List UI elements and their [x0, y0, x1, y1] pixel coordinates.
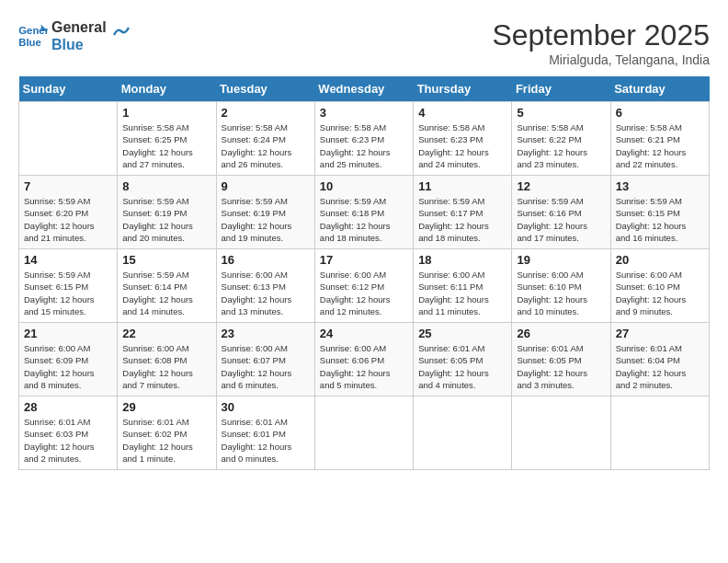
- month-title: September 2025: [492, 18, 710, 52]
- calendar-cell: [19, 102, 118, 176]
- calendar-cell: 30Sunrise: 6:01 AM Sunset: 6:01 PM Dayli…: [216, 396, 314, 470]
- day-number: 6: [616, 106, 704, 120]
- day-number: 8: [122, 179, 210, 193]
- day-number: 2: [222, 106, 310, 120]
- day-info: Sunrise: 5:58 AM Sunset: 6:22 PM Dayligh…: [517, 121, 605, 170]
- day-info: Sunrise: 5:59 AM Sunset: 6:19 PM Dayligh…: [222, 195, 310, 244]
- day-info: Sunrise: 5:58 AM Sunset: 6:23 PM Dayligh…: [418, 121, 506, 170]
- day-info: Sunrise: 5:59 AM Sunset: 6:15 PM Dayligh…: [24, 269, 112, 317]
- logo-icon: General Blue: [18, 23, 48, 49]
- day-number: 4: [418, 106, 506, 120]
- calendar-cell: 10Sunrise: 5:59 AM Sunset: 6:18 PM Dayli…: [314, 176, 413, 249]
- week-row-4: 21Sunrise: 6:00 AM Sunset: 6:09 PM Dayli…: [19, 323, 710, 396]
- calendar-cell: [414, 396, 512, 470]
- calendar-cell: 20Sunrise: 6:00 AM Sunset: 6:10 PM Dayli…: [610, 249, 709, 323]
- day-number: 21: [24, 327, 112, 340]
- week-row-3: 14Sunrise: 5:59 AM Sunset: 6:15 PM Dayli…: [19, 249, 710, 323]
- day-number: 5: [517, 106, 605, 120]
- day-info: Sunrise: 6:00 AM Sunset: 6:10 PM Dayligh…: [616, 269, 704, 317]
- calendar-cell: 3Sunrise: 5:58 AM Sunset: 6:23 PM Daylig…: [314, 102, 413, 176]
- day-info: Sunrise: 6:00 AM Sunset: 6:08 PM Dayligh…: [122, 342, 210, 391]
- day-info: Sunrise: 5:59 AM Sunset: 6:17 PM Dayligh…: [418, 195, 506, 244]
- calendar-cell: 27Sunrise: 6:01 AM Sunset: 6:04 PM Dayli…: [610, 323, 709, 396]
- calendar-cell: 9Sunrise: 5:59 AM Sunset: 6:19 PM Daylig…: [216, 176, 314, 249]
- day-number: 16: [222, 253, 310, 267]
- day-number: 12: [517, 179, 605, 193]
- location: Mirialguda, Telangana, India: [492, 52, 710, 67]
- calendar-cell: 16Sunrise: 6:00 AM Sunset: 6:13 PM Dayli…: [216, 249, 314, 323]
- calendar-cell: 26Sunrise: 6:01 AM Sunset: 6:05 PM Dayli…: [512, 323, 610, 396]
- calendar-cell: 23Sunrise: 6:00 AM Sunset: 6:07 PM Dayli…: [216, 323, 314, 396]
- day-info: Sunrise: 5:59 AM Sunset: 6:16 PM Dayligh…: [517, 195, 605, 244]
- calendar-cell: 29Sunrise: 6:01 AM Sunset: 6:02 PM Dayli…: [118, 396, 216, 470]
- svg-text:Blue: Blue: [18, 37, 41, 48]
- logo: General Blue General Blue: [18, 18, 131, 53]
- day-number: 25: [418, 327, 506, 340]
- col-header-friday: Friday: [512, 76, 610, 102]
- calendar-cell: 19Sunrise: 6:00 AM Sunset: 6:10 PM Dayli…: [512, 249, 610, 323]
- page-header: General Blue General Blue September 2025…: [18, 18, 710, 67]
- calendar-cell: 18Sunrise: 6:00 AM Sunset: 6:11 PM Dayli…: [414, 249, 512, 323]
- calendar-cell: 12Sunrise: 5:59 AM Sunset: 6:16 PM Dayli…: [512, 176, 610, 249]
- title-block: September 2025 Mirialguda, Telangana, In…: [492, 18, 710, 67]
- calendar-cell: [610, 396, 709, 470]
- day-number: 29: [122, 400, 210, 414]
- day-info: Sunrise: 6:00 AM Sunset: 6:07 PM Dayligh…: [222, 342, 310, 391]
- day-info: Sunrise: 5:59 AM Sunset: 6:14 PM Dayligh…: [122, 269, 210, 317]
- day-info: Sunrise: 5:59 AM Sunset: 6:18 PM Dayligh…: [320, 195, 408, 244]
- day-number: 26: [517, 327, 605, 340]
- day-number: 1: [122, 106, 210, 120]
- day-number: 27: [616, 327, 704, 340]
- col-header-wednesday: Wednesday: [314, 76, 413, 102]
- calendar-cell: 7Sunrise: 5:59 AM Sunset: 6:20 PM Daylig…: [19, 176, 118, 249]
- calendar-cell: 11Sunrise: 5:59 AM Sunset: 6:17 PM Dayli…: [414, 176, 512, 249]
- week-row-1: 1Sunrise: 5:58 AM Sunset: 6:25 PM Daylig…: [19, 102, 710, 176]
- day-info: Sunrise: 6:01 AM Sunset: 6:03 PM Dayligh…: [24, 416, 112, 465]
- logo-wave-icon: [112, 22, 131, 40]
- day-number: 20: [616, 253, 704, 267]
- logo-blue: Blue: [51, 36, 107, 53]
- day-number: 13: [616, 179, 704, 193]
- day-number: 9: [222, 179, 310, 193]
- day-info: Sunrise: 5:58 AM Sunset: 6:25 PM Dayligh…: [122, 121, 210, 170]
- day-number: 28: [24, 400, 112, 414]
- day-info: Sunrise: 6:00 AM Sunset: 6:06 PM Dayligh…: [320, 342, 408, 391]
- day-info: Sunrise: 6:00 AM Sunset: 6:09 PM Dayligh…: [24, 342, 112, 391]
- day-info: Sunrise: 5:59 AM Sunset: 6:20 PM Dayligh…: [24, 195, 112, 244]
- day-number: 17: [320, 253, 408, 267]
- col-header-sunday: Sunday: [19, 76, 118, 102]
- calendar-cell: 1Sunrise: 5:58 AM Sunset: 6:25 PM Daylig…: [118, 102, 216, 176]
- col-header-tuesday: Tuesday: [216, 76, 314, 102]
- day-info: Sunrise: 6:01 AM Sunset: 6:01 PM Dayligh…: [222, 416, 310, 465]
- day-number: 19: [517, 253, 605, 267]
- calendar-cell: 28Sunrise: 6:01 AM Sunset: 6:03 PM Dayli…: [19, 396, 118, 470]
- day-info: Sunrise: 6:00 AM Sunset: 6:10 PM Dayligh…: [517, 269, 605, 317]
- day-info: Sunrise: 5:58 AM Sunset: 6:24 PM Dayligh…: [222, 121, 310, 170]
- day-info: Sunrise: 6:00 AM Sunset: 6:11 PM Dayligh…: [418, 269, 506, 317]
- calendar-cell: 21Sunrise: 6:00 AM Sunset: 6:09 PM Dayli…: [19, 323, 118, 396]
- calendar-table: SundayMondayTuesdayWednesdayThursdayFrid…: [18, 76, 710, 470]
- calendar-cell: 2Sunrise: 5:58 AM Sunset: 6:24 PM Daylig…: [216, 102, 314, 176]
- calendar-cell: 8Sunrise: 5:59 AM Sunset: 6:19 PM Daylig…: [118, 176, 216, 249]
- day-number: 30: [222, 400, 310, 414]
- calendar-cell: 22Sunrise: 6:00 AM Sunset: 6:08 PM Dayli…: [118, 323, 216, 396]
- day-number: 23: [222, 327, 310, 340]
- day-number: 3: [320, 106, 408, 120]
- calendar-cell: 14Sunrise: 5:59 AM Sunset: 6:15 PM Dayli…: [19, 249, 118, 323]
- day-number: 11: [418, 179, 506, 193]
- col-header-saturday: Saturday: [610, 76, 709, 102]
- calendar-cell: [314, 396, 413, 470]
- day-info: Sunrise: 5:59 AM Sunset: 6:19 PM Dayligh…: [122, 195, 210, 244]
- calendar-header-row: SundayMondayTuesdayWednesdayThursdayFrid…: [19, 76, 710, 102]
- col-header-thursday: Thursday: [414, 76, 512, 102]
- day-info: Sunrise: 6:00 AM Sunset: 6:13 PM Dayligh…: [222, 269, 310, 317]
- week-row-2: 7Sunrise: 5:59 AM Sunset: 6:20 PM Daylig…: [19, 176, 710, 249]
- day-number: 7: [24, 179, 112, 193]
- day-info: Sunrise: 5:59 AM Sunset: 6:15 PM Dayligh…: [616, 195, 704, 244]
- day-number: 22: [122, 327, 210, 340]
- day-number: 18: [418, 253, 506, 267]
- calendar-cell: 15Sunrise: 5:59 AM Sunset: 6:14 PM Dayli…: [118, 249, 216, 323]
- day-info: Sunrise: 6:01 AM Sunset: 6:02 PM Dayligh…: [122, 416, 210, 465]
- day-number: 15: [122, 253, 210, 267]
- day-info: Sunrise: 5:58 AM Sunset: 6:21 PM Dayligh…: [616, 121, 704, 170]
